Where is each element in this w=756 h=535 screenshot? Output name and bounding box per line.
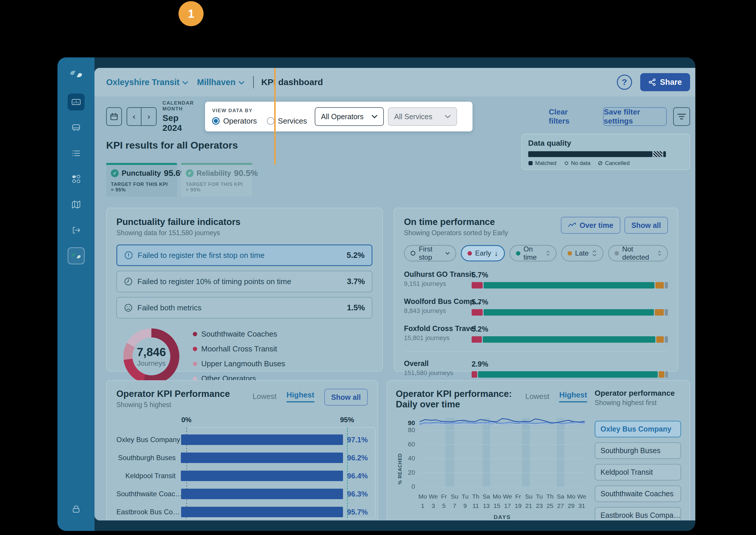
operator-kpi-bar-chart: 0% 95% Oxley Bus Company97.1% Southburgh…: [116, 416, 368, 521]
x-tick: We17: [502, 493, 513, 509]
content-panel: Oxleyshire Transit Millhaven KPI dashboa…: [95, 68, 695, 521]
y-tick: 20: [408, 469, 415, 476]
x-tick: Mo15: [492, 493, 502, 509]
lowest-toggle[interactable]: Lowest: [525, 392, 549, 401]
operator-kpi-card: Operator KPI Performance Showing 5 highe…: [106, 380, 378, 521]
divider: [404, 352, 668, 352]
bar-segment: [656, 336, 664, 343]
x-tick: Tu9: [460, 493, 470, 509]
bar-category: Souththwaite Coac…: [116, 490, 181, 498]
data-quality-segment: [653, 151, 662, 157]
operator-list-item-eastbrook[interactable]: Eastbrook Bus Compa…: [595, 507, 681, 521]
sidebar-item-vehicles[interactable]: [68, 119, 85, 136]
services-dropdown[interactable]: All Services: [388, 107, 457, 126]
stacked-bar: [471, 282, 668, 289]
highest-toggle[interactable]: Highest: [559, 390, 587, 403]
next-month-button[interactable]: ›: [141, 108, 156, 125]
breadcrumb-organisation[interactable]: Oxleyshire Transit: [106, 77, 188, 87]
share-icon: [649, 78, 656, 86]
clear-filters-button[interactable]: Clear filters: [549, 107, 589, 126]
daily-title: Operator KPI performance: Daily over tim…: [396, 389, 525, 410]
operator-list-item-souththwaite[interactable]: Souththwaite Coaches: [595, 486, 681, 502]
show-all-button[interactable]: Show all: [324, 389, 368, 406]
data-quality-bar: [528, 151, 666, 157]
chip-not-detected[interactable]: Not detected: [608, 245, 668, 261]
sidebar-item-apps-badge[interactable]: [68, 247, 85, 264]
sidebar-item-analytics[interactable]: [68, 94, 85, 110]
sort-icon: [546, 250, 550, 257]
lowest-toggle[interactable]: Lowest: [253, 392, 277, 401]
chip-label: Early: [475, 249, 491, 257]
bar-segment: [484, 309, 654, 316]
check-circle-icon: ✓: [186, 169, 194, 177]
on-time-title: On time performance: [404, 217, 508, 227]
failure-row-timing-points[interactable]: Failed to register 10% of timing points …: [116, 271, 373, 292]
page-title: KPI dashboard: [261, 77, 323, 87]
show-all-button[interactable]: Show all: [624, 217, 668, 234]
stacked-bar: [471, 371, 668, 378]
chip-first-stop[interactable]: First stop: [404, 245, 456, 261]
on-time-subtitle: Showing Operators sorted by Early: [404, 229, 508, 237]
app-logo-icon: [70, 70, 82, 79]
early-percentage: 2.9%: [471, 360, 668, 368]
share-label: Share: [660, 78, 682, 87]
failure-row-both-metrics[interactable]: Failed both metrics 1.5%: [116, 297, 373, 319]
tab-reliability-target: TARGET FOR THIS KPI = 90%: [186, 182, 247, 193]
bar-category: Southburgh Buses: [116, 454, 181, 462]
help-button[interactable]: ?: [617, 74, 632, 90]
on-time-dot-icon: [516, 251, 520, 256]
failure-row-first-stop[interactable]: Failed to register the first stop on tim…: [116, 244, 373, 266]
line-plot: [417, 415, 587, 489]
operator-list-item-oxley[interactable]: Oxley Bus Company: [595, 421, 681, 437]
bar-segment: [483, 336, 655, 343]
x-tick: Th11: [470, 493, 481, 509]
x-axis-caption: DAYS: [417, 514, 587, 521]
data-quality-segment: [528, 151, 652, 157]
radio-services[interactable]: Services: [267, 117, 307, 126]
punctuality-failure-card: Punctuality failure indicators Showing d…: [106, 208, 383, 372]
highest-toggle[interactable]: Highest: [287, 390, 314, 403]
chip-early[interactable]: Early ↓: [461, 245, 505, 261]
trend-line-icon: [568, 222, 576, 228]
x-tick: Su7: [449, 493, 460, 509]
operators-dropdown[interactable]: All Operators: [315, 107, 384, 126]
tab-reliability[interactable]: ✓ Reliability 90.5% TARGET FOR THIS KPI …: [181, 163, 252, 197]
cancelled-slash-icon: [598, 161, 603, 165]
save-filter-settings-button[interactable]: Save filter settings: [603, 107, 667, 126]
radio-operators[interactable]: Operators: [212, 117, 257, 126]
operator-performance-header: Operator performance Showing highest fir…: [595, 389, 681, 407]
matched-square-icon: [528, 161, 533, 165]
bar: [181, 453, 343, 463]
no-data-label: No data: [571, 160, 590, 166]
previous-month-button[interactable]: ‹: [127, 108, 142, 125]
data-quality-card: Data quality Matched No data Cancelled: [522, 134, 690, 170]
chevron-down-icon: [372, 115, 378, 118]
bar-segment: [665, 336, 668, 343]
calendar-button[interactable]: [106, 107, 122, 126]
operator-list-item-keldpool[interactable]: Keldpool Transit: [595, 464, 681, 481]
operator-journeys: 9,151 journeys: [404, 280, 471, 288]
sidebar-item-list[interactable]: [68, 145, 85, 162]
chip-label: Late: [575, 249, 589, 257]
bar-segment: [665, 309, 668, 316]
early-percentage: 5.7%: [471, 271, 668, 279]
sidebar-item-components[interactable]: [68, 170, 85, 187]
chip-on-time[interactable]: On time: [509, 245, 557, 261]
filter-settings-button[interactable]: [673, 107, 690, 126]
tab-punctuality[interactable]: ✓ Punctuality 95.6% TARGET FOR THIS KPI …: [106, 163, 177, 197]
sidebar-item-map[interactable]: [68, 196, 85, 213]
x-tick: Mo29: [566, 493, 576, 509]
breadcrumb-region[interactable]: Millhaven: [197, 77, 244, 87]
data-quality-title: Data quality: [528, 139, 683, 148]
sort-icon: [657, 250, 661, 257]
chip-late[interactable]: Late: [561, 245, 604, 261]
sidebar-item-lock[interactable]: [68, 501, 85, 518]
failure-donut-chart: 7,846 Journeys: [123, 328, 179, 384]
share-button[interactable]: Share: [640, 73, 690, 91]
operator-kpi-subtitle: Showing 5 highest: [116, 401, 230, 409]
logout-icon: [71, 225, 81, 236]
operator-list-item-southburgh[interactable]: Southburgh Buses: [595, 442, 681, 459]
over-time-button[interactable]: Over time: [561, 217, 620, 234]
month-pager: ‹ ›: [127, 107, 157, 126]
sidebar-item-logout[interactable]: [68, 222, 85, 239]
